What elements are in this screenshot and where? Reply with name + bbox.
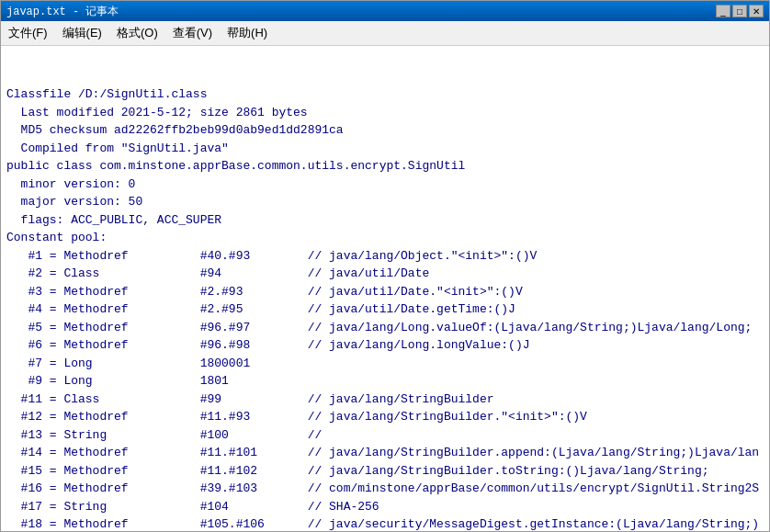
- menu-item[interactable]: 格式(O): [109, 23, 165, 43]
- content-line: #14 = Methodref #11.#101 // java/lang/St…: [6, 444, 764, 462]
- content-line: #1 = Methodref #40.#93 // java/lang/Obje…: [6, 247, 764, 266]
- content-line: #4 = Methodref #2.#95 // java/util/Date.…: [6, 300, 764, 319]
- content-line: #17 = String #104 // SHA-256: [6, 498, 764, 516]
- content-line: Compiled from "SignUtil.java": [6, 140, 764, 158]
- content-line: #6 = Methodref #96.#98 // java/lang/Long…: [6, 336, 764, 355]
- content-line: Classfile /D:/SignUtil.class: [6, 85, 764, 104]
- menu-bar: 文件(F)编辑(E)格式(O)查看(V)帮助(H): [1, 21, 769, 46]
- menu-item[interactable]: 帮助(H): [220, 23, 275, 43]
- content-line: public class com.minstone.apprBase.commo…: [6, 157, 764, 175]
- content-line: #15 = Methodref #11.#102 // java/lang/St…: [6, 462, 764, 481]
- menu-item[interactable]: 编辑(E): [55, 23, 109, 43]
- content-line: flags: ACC_PUBLIC, ACC_SUPER: [6, 211, 764, 230]
- window-controls: _ □ ✕: [716, 5, 764, 17]
- minimize-button[interactable]: _: [716, 5, 730, 17]
- content-line: major version: 50: [6, 193, 764, 211]
- content-line: #12 = Methodref #11.#93 // java/lang/Str…: [6, 408, 764, 426]
- title-bar: javap.txt - 记事本 _ □ ✕: [1, 1, 769, 21]
- close-button[interactable]: ✕: [749, 5, 764, 17]
- content-line: #5 = Methodref #96.#97 // java/lang/Long…: [6, 319, 764, 337]
- menu-item[interactable]: 文件(F): [1, 23, 55, 43]
- text-content-area[interactable]: Classfile /D:/SignUtil.class Last modifi…: [1, 46, 769, 531]
- content-line: MD5 checksum ad22262ffb2beb99d0ab9ed1dd2…: [6, 121, 764, 140]
- content-line: #9 = Long 1801: [6, 372, 764, 391]
- notepad-window: javap.txt - 记事本 _ □ ✕ 文件(F)编辑(E)格式(O)查看(…: [0, 0, 770, 532]
- maximize-button[interactable]: □: [732, 5, 747, 17]
- content-line: #11 = Class #99 // java/lang/StringBuild…: [6, 391, 764, 409]
- window-title: javap.txt - 记事本: [6, 4, 119, 19]
- content-line: Constant pool:: [6, 229, 764, 247]
- content-line: #7 = Long 1800001: [6, 355, 764, 373]
- content-line: #3 = Methodref #2.#93 // java/util/Date.…: [6, 283, 764, 301]
- content-line: #13 = String #100 //: [6, 426, 764, 445]
- content-line: #16 = Methodref #39.#103 // com/minstone…: [6, 480, 764, 498]
- content-line: #2 = Class #94 // java/util/Date: [6, 265, 764, 283]
- content-line: Last modified 2021-5-12; size 2861 bytes: [6, 104, 764, 122]
- content-line: #18 = Methodref #105.#106 // java/securi…: [6, 515, 764, 531]
- menu-item[interactable]: 查看(V): [165, 23, 220, 43]
- content-line: minor version: 0: [6, 175, 764, 194]
